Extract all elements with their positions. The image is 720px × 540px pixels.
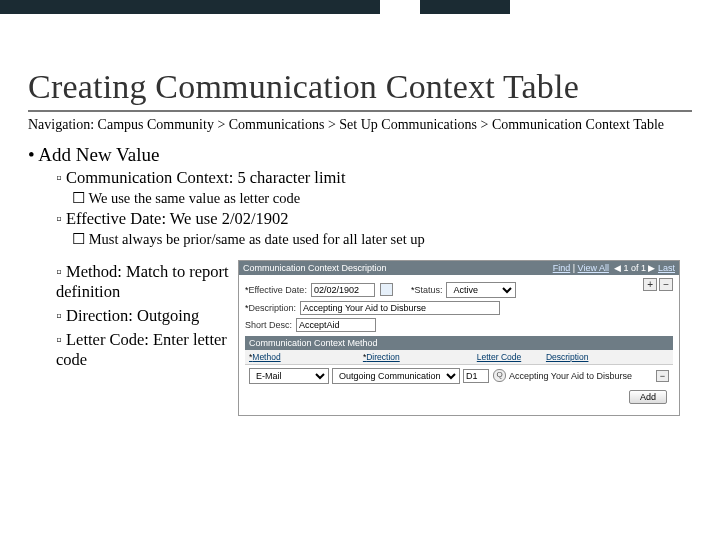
bullet-lettercode: Letter Code: Enter letter code — [56, 330, 238, 370]
status-select[interactable]: Active — [446, 282, 516, 298]
bullet-comm-context-note: We use the same value as letter code — [72, 190, 692, 207]
add-remove-row: +− — [641, 279, 673, 290]
remove-method-icon[interactable]: − — [656, 370, 669, 382]
remove-row-icon[interactable]: − — [659, 278, 673, 291]
form-screenshot: Communication Context Description Find |… — [238, 260, 680, 416]
page-title: Creating Communication Context Table — [28, 68, 692, 112]
bullet-comm-context-label: Communication Context: — [66, 168, 233, 187]
find-link[interactable]: Find — [553, 263, 571, 273]
lettercode-input[interactable] — [463, 369, 489, 383]
calendar-icon[interactable] — [380, 283, 393, 296]
add-row-icon[interactable]: + — [643, 278, 657, 291]
col-description[interactable]: Description — [546, 352, 669, 362]
lookup-icon[interactable]: Q — [493, 369, 506, 382]
effdate-label: Effective Date: — [245, 285, 307, 295]
section-title-method: Communication Context Method — [249, 338, 378, 348]
method-select[interactable]: E-Mail — [249, 368, 329, 384]
view-all-link[interactable]: View All — [578, 263, 609, 273]
bullet-effdate-label: Effective Date: — [66, 209, 166, 228]
last-link[interactable]: Last — [658, 263, 675, 273]
navigation-breadcrumb: Navigation: Campus Community > Communica… — [28, 116, 692, 134]
short-label: Short Desc: — [245, 320, 292, 330]
method-description-text: Accepting Your Aid to Disburse — [509, 371, 653, 381]
col-lettercode[interactable]: Letter Code — [477, 352, 544, 362]
col-method[interactable]: Method — [249, 352, 361, 362]
decorative-top-stripe — [0, 0, 720, 14]
bullet-comm-context-text: 5 character limit — [233, 168, 345, 187]
bullet-direction: Direction: Outgoing — [56, 306, 238, 326]
short-input[interactable] — [296, 318, 376, 332]
description-label: Description: — [245, 303, 296, 313]
col-direction[interactable]: Direction — [363, 352, 475, 362]
direction-select[interactable]: Outgoing Communication — [332, 368, 460, 384]
bullet-effdate-note: Must always be prior/same as date used f… — [72, 231, 692, 248]
section-title-description: Communication Context Description — [243, 263, 387, 273]
add-button[interactable]: Add — [629, 390, 667, 404]
bullet-add-new-value: Add New Value — [28, 144, 692, 166]
bullet-effdate-text: We use 2/02/1902 — [166, 209, 289, 228]
effdate-input[interactable] — [311, 283, 375, 297]
record-position: 1 of 1 — [623, 263, 646, 273]
description-input[interactable] — [300, 301, 500, 315]
bullet-comm-context: Communication Context: 5 character limit — [56, 168, 692, 188]
bullet-effdate: Effective Date: We use 2/02/1902 — [56, 209, 692, 229]
bullet-method: Method: Match to report definition — [56, 262, 238, 302]
status-label: Status: — [411, 285, 443, 295]
